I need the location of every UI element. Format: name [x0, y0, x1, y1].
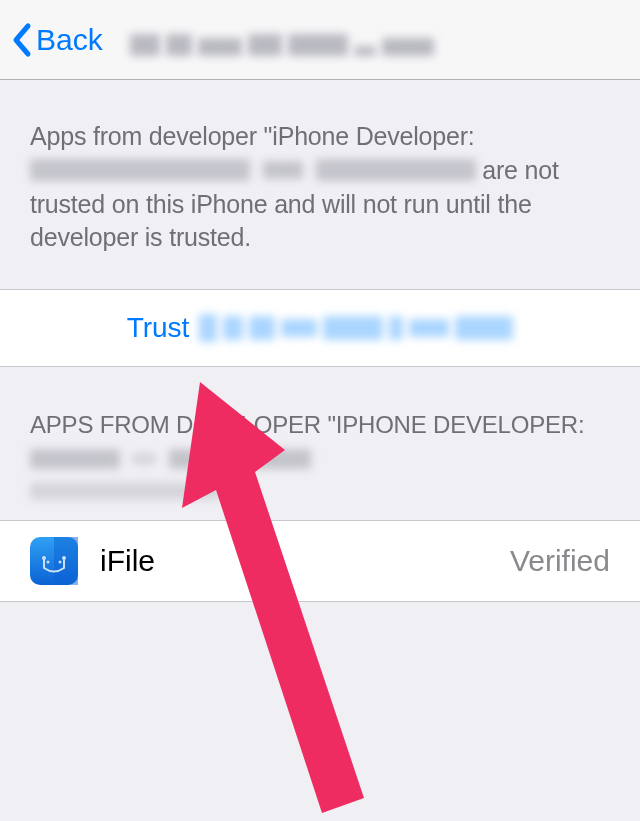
- svg-point-5: [59, 561, 62, 564]
- explanation-text: Apps from developer "iPhone Developer: a…: [0, 80, 640, 289]
- explain-prefix: Apps from developer "iPhone Developer:: [30, 122, 475, 150]
- ifile-app-icon: [30, 537, 78, 585]
- back-label: Back: [36, 23, 103, 57]
- navbar: Back: [0, 0, 640, 80]
- app-status: Verified: [510, 544, 610, 578]
- nav-title-blurred: [130, 28, 465, 56]
- svg-point-4: [47, 561, 50, 564]
- explain-suffix2: trusted on this iPhone and will not run …: [30, 190, 532, 252]
- apps-section-header: APPS FROM DEVELOPER "IPHONE DEVELOPER:: [0, 367, 640, 520]
- app-name: iFile: [100, 544, 510, 578]
- app-row[interactable]: iFile Verified: [0, 520, 640, 602]
- section-header-prefix: APPS FROM DEVELOPER "IPHONE DEVELOPER:: [30, 411, 584, 438]
- explain-suffix1: are not: [482, 156, 558, 184]
- svg-rect-1: [54, 537, 78, 585]
- trust-email-blurred: [199, 314, 513, 342]
- chevron-left-icon: [10, 22, 32, 58]
- trust-label: Trust: [127, 312, 190, 344]
- back-button[interactable]: Back: [10, 22, 103, 58]
- trust-button[interactable]: Trust: [0, 289, 640, 367]
